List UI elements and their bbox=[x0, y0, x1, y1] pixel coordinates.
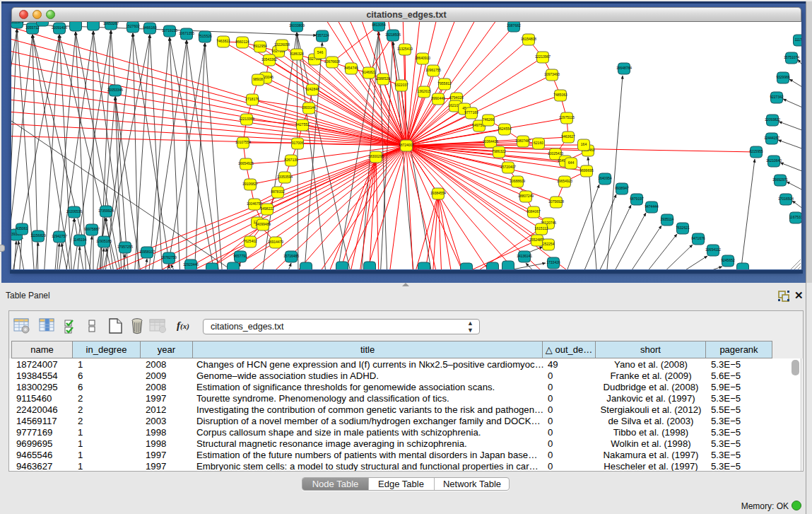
svg-text:7955812: 7955812 bbox=[437, 81, 452, 86]
svg-text:1811974: 1811974 bbox=[11, 22, 24, 24]
svg-text:12213967: 12213967 bbox=[535, 54, 551, 59]
svg-text:2055712: 2055712 bbox=[25, 25, 40, 30]
svg-text:917006: 917006 bbox=[292, 141, 304, 145]
svg-text:16648784: 16648784 bbox=[616, 66, 632, 70]
svg-text:7463822: 7463822 bbox=[216, 39, 230, 43]
svg-text:10543362: 10543362 bbox=[261, 57, 277, 62]
svg-text:15716485: 15716485 bbox=[283, 254, 299, 258]
svg-text:8454749: 8454749 bbox=[344, 66, 358, 70]
svg-text:1733426: 1733426 bbox=[546, 260, 560, 264]
svg-text:10958107: 10958107 bbox=[139, 250, 155, 254]
svg-text:12923446: 12923446 bbox=[183, 262, 199, 267]
svg-text:12942757: 12942757 bbox=[52, 234, 67, 238]
svg-text:13353594: 13353594 bbox=[277, 175, 293, 179]
svg-text:23676608: 23676608 bbox=[324, 59, 340, 64]
svg-text:8660124: 8660124 bbox=[235, 40, 249, 44]
svg-text:644: 644 bbox=[568, 160, 575, 165]
svg-text:17016504: 17016504 bbox=[778, 197, 794, 201]
svg-text:20091406: 20091406 bbox=[52, 25, 67, 30]
svg-text:12905185: 12905185 bbox=[96, 239, 112, 243]
svg-text:1145194: 1145194 bbox=[73, 238, 86, 242]
svg-text:18807249: 18807249 bbox=[518, 194, 534, 198]
svg-text:16210643: 16210643 bbox=[766, 158, 782, 163]
svg-text:17957255: 17957255 bbox=[117, 245, 133, 249]
svg-text:746266: 746266 bbox=[483, 117, 495, 122]
svg-text:9329966: 9329966 bbox=[776, 75, 790, 79]
svg-text:1615112: 1615112 bbox=[534, 226, 548, 230]
svg-text:1527602: 1527602 bbox=[126, 24, 140, 28]
svg-text:1640954: 1640954 bbox=[598, 176, 612, 180]
svg-text:19218506: 19218506 bbox=[385, 33, 401, 37]
svg-text:3624554: 3624554 bbox=[498, 127, 512, 131]
svg-text:98908: 98908 bbox=[253, 77, 263, 81]
svg-text:10653267: 10653267 bbox=[103, 22, 119, 25]
svg-text:10046755: 10046755 bbox=[247, 201, 262, 206]
svg-text:16154808: 16154808 bbox=[521, 37, 536, 41]
svg-text:17359924: 17359924 bbox=[98, 209, 114, 213]
svg-text:19654923: 19654923 bbox=[557, 179, 572, 183]
svg-text:8912954: 8912954 bbox=[253, 44, 267, 48]
svg-text:18640910: 18640910 bbox=[415, 56, 430, 60]
svg-text:12444157: 12444157 bbox=[764, 136, 779, 140]
svg-text:2803144: 2803144 bbox=[302, 105, 316, 110]
svg-text:7625402: 7625402 bbox=[243, 239, 257, 243]
svg-text:2935114: 2935114 bbox=[660, 217, 673, 221]
svg-text:1588520: 1588520 bbox=[376, 76, 390, 81]
svg-text:20053346: 20053346 bbox=[107, 88, 123, 92]
svg-text:546: 546 bbox=[317, 50, 324, 54]
svg-text:8938947: 8938947 bbox=[615, 186, 629, 190]
svg-text:12093822: 12093822 bbox=[765, 117, 780, 122]
svg-text:20364436: 20364436 bbox=[483, 139, 498, 144]
svg-text:20206536: 20206536 bbox=[66, 209, 82, 214]
svg-text:2087682: 2087682 bbox=[507, 23, 521, 28]
svg-text:8186328: 8186328 bbox=[290, 52, 304, 56]
svg-text:8215955: 8215955 bbox=[749, 149, 763, 153]
svg-text:8990448: 8990448 bbox=[431, 96, 445, 100]
svg-text:16782759: 16782759 bbox=[161, 255, 177, 259]
svg-text:19106827: 19106827 bbox=[242, 182, 258, 186]
svg-text:14136141: 14136141 bbox=[517, 254, 532, 258]
svg-text:8267130: 8267130 bbox=[284, 158, 298, 162]
svg-text:7515526: 7515526 bbox=[198, 34, 212, 38]
svg-text:10025433: 10025433 bbox=[548, 151, 563, 156]
svg-text:8878332: 8878332 bbox=[271, 189, 285, 194]
svg-text:5498222: 5498222 bbox=[260, 206, 274, 211]
svg-text:19384554: 19384554 bbox=[430, 191, 446, 195]
svg-text:9474444: 9474444 bbox=[645, 204, 659, 209]
svg-text:5322037: 5322037 bbox=[394, 83, 408, 87]
svg-text:2718176: 2718176 bbox=[245, 97, 259, 101]
svg-text:11156829: 11156829 bbox=[30, 233, 46, 238]
svg-text:9657791: 9657791 bbox=[233, 254, 247, 258]
svg-text:8427552: 8427552 bbox=[295, 122, 310, 127]
svg-text:8813054: 8813054 bbox=[372, 23, 386, 27]
svg-text:10688609: 10688609 bbox=[510, 179, 525, 183]
svg-text:164: 164 bbox=[581, 142, 587, 146]
svg-text:9242848: 9242848 bbox=[305, 87, 319, 91]
svg-text:16654925: 16654925 bbox=[238, 161, 254, 165]
svg-text:14099489: 14099489 bbox=[255, 222, 271, 226]
svg-text:7357224: 7357224 bbox=[315, 33, 329, 37]
svg-text:9227342: 9227342 bbox=[770, 95, 784, 99]
svg-text:16033809: 16033809 bbox=[289, 23, 305, 28]
svg-text:12213369: 12213369 bbox=[239, 117, 254, 121]
svg-text:7485063: 7485063 bbox=[553, 93, 567, 97]
svg-text:10719155: 10719155 bbox=[162, 28, 177, 33]
svg-text:10973493: 10973493 bbox=[544, 72, 560, 76]
svg-text:10756928: 10756928 bbox=[548, 199, 564, 204]
svg-text:11174: 11174 bbox=[794, 37, 801, 42]
svg-text:12975115: 12975115 bbox=[559, 115, 575, 119]
svg-text:7632621: 7632621 bbox=[676, 226, 690, 230]
svg-text:6879197: 6879197 bbox=[630, 197, 644, 201]
svg-text:6794028: 6794028 bbox=[449, 95, 464, 100]
svg-text:62160: 62160 bbox=[534, 141, 543, 145]
svg-text:15751074: 15751074 bbox=[784, 55, 799, 59]
svg-text:9084067: 9084067 bbox=[526, 209, 541, 214]
svg-text:1362615: 1362615 bbox=[417, 89, 431, 93]
svg-text:99975887: 99975887 bbox=[84, 227, 100, 231]
svg-text:9777169: 9777169 bbox=[464, 110, 478, 115]
svg-text:6466160: 6466160 bbox=[143, 25, 157, 30]
svg-text:10107554: 10107554 bbox=[235, 140, 251, 144]
svg-text:1167533: 1167533 bbox=[789, 215, 801, 219]
svg-text:9146821: 9146821 bbox=[362, 70, 376, 74]
svg-text:16914479: 16914479 bbox=[268, 240, 283, 244]
